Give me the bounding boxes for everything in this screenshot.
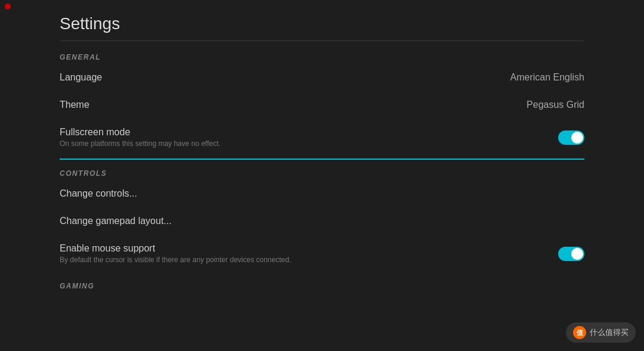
mouse-support-toggle-container[interactable] [558,247,584,261]
theme-label: Theme [60,100,89,110]
theme-row[interactable]: Theme Pegasus Grid [60,91,584,119]
watermark-text: 什么值得买 [590,327,628,338]
fullscreen-toggle[interactable] [558,131,584,145]
title-divider [60,41,584,41]
mouse-support-toggle[interactable] [558,247,584,261]
change-gamepad-row[interactable]: Change gamepad layout... [60,207,584,235]
fullscreen-toggle-container[interactable] [558,131,584,145]
watermark: 值 什么值得买 [566,322,636,343]
change-controls-content: Change controls... [60,188,137,199]
active-row-divider [60,159,584,160]
controls-section-label: CONTROLS [60,169,584,178]
fullscreen-row[interactable]: Fullscreen mode On some platforms this s… [60,119,584,156]
change-controls-label: Change controls... [60,188,137,199]
fullscreen-row-content: Fullscreen mode On some platforms this s… [60,127,221,148]
mouse-support-row[interactable]: Enable mouse support By default the curs… [60,235,584,272]
settings-page: Settings GENERAL Language American Engli… [0,0,644,351]
theme-row-content: Theme [60,100,89,110]
change-controls-row[interactable]: Change controls... [60,180,584,207]
watermark-icon: 值 [573,326,586,339]
mouse-support-content: Enable mouse support By default the curs… [60,243,291,264]
theme-value: Pegasus Grid [527,100,584,110]
fullscreen-label: Fullscreen mode [60,127,221,138]
language-label: Language [60,72,102,83]
general-section-label: GENERAL [60,53,584,61]
language-row-content: Language [60,72,102,83]
red-dot-indicator [5,4,11,10]
language-row[interactable]: Language American English [60,64,584,91]
change-gamepad-label: Change gamepad layout... [60,216,172,226]
fullscreen-sublabel: On some platforms this setting may have … [60,139,221,148]
language-value: American English [510,72,585,83]
mouse-support-sublabel: By default the cursor is visible if ther… [60,256,291,264]
gaming-section-label: GAMING [60,282,584,290]
controls-section: CONTROLS Change controls... Change gamep… [60,169,584,272]
change-gamepad-content: Change gamepad layout... [60,216,172,226]
page-title: Settings [60,0,584,41]
mouse-support-label: Enable mouse support [60,243,291,254]
